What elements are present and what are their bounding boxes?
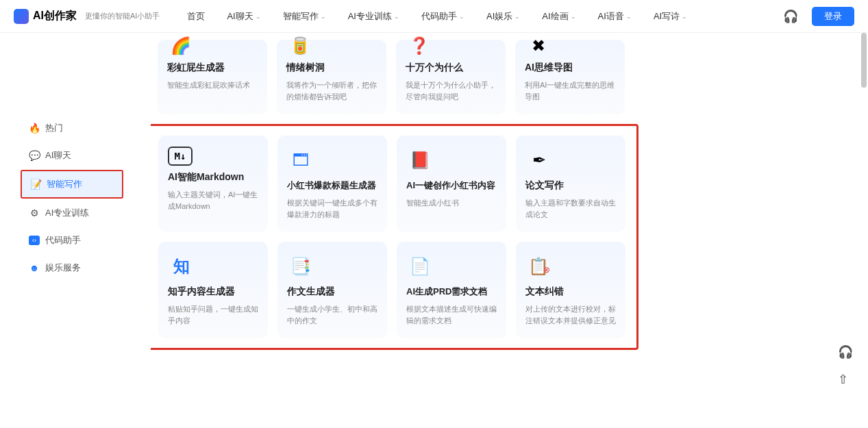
- chevron-down-icon: ⌄: [394, 13, 399, 20]
- back-to-top-icon[interactable]: ⇧: [838, 372, 853, 387]
- card-xhs-content[interactable]: 📕 AI一键创作小红书内容 智能生成小红书: [397, 136, 506, 232]
- support-icon[interactable]: 🎧: [783, 9, 798, 24]
- sidebar-item-train[interactable]: ⚙AI专业训练: [21, 200, 123, 226]
- write-icon: 📝: [30, 179, 41, 190]
- card-why[interactable]: ❓ 十万个为什么 我是十万个为什么小助手，尽管向我提问吧: [396, 40, 506, 114]
- can-icon: 🥫: [286, 36, 314, 56]
- chevron-down-icon: ⌄: [682, 13, 687, 20]
- nav-ent[interactable]: AI娱乐⌄: [486, 10, 520, 23]
- header: AI创作家 更懂你的智能AI小助手 首页 AI聊天⌄ 智能写作⌄ AI专业训练⌄…: [0, 0, 868, 33]
- top-card-row: 🌈 彩虹屁生成器 智能生成彩虹屁吹捧话术 🥫 情绪树洞 我将作为一个倾听者，把你…: [158, 40, 827, 114]
- card-rainbow[interactable]: 🌈 彩虹屁生成器 智能生成彩虹屁吹捧话术: [158, 40, 267, 114]
- prd-icon: 📄: [406, 253, 434, 280]
- card-paper[interactable]: ✒ 论文写作 输入主题和字数要求自动生成论文: [516, 136, 625, 232]
- nav-code[interactable]: 代码助手⌄: [421, 10, 464, 23]
- markdown-icon: M↓: [168, 147, 193, 166]
- card-essay[interactable]: 📑 作文生成器 一键生成小学生、初中和高中的作文: [277, 242, 387, 338]
- sidebar-item-code[interactable]: ‹›代码助手: [21, 227, 123, 253]
- chevron-down-icon: ⌄: [321, 13, 326, 20]
- smile-icon: ☻: [29, 262, 40, 273]
- chat-icon: 💬: [29, 150, 40, 161]
- card-proofread[interactable]: 📋⊗ 文本纠错 对上传的文本进行校对，标注错误文本并提供修正意见: [516, 242, 625, 338]
- login-button[interactable]: 登录: [812, 7, 854, 26]
- chevron-down-icon: ⌄: [626, 13, 632, 20]
- sidebar-item-hot[interactable]: 🔥热门: [21, 115, 123, 141]
- doc-icon: 📑: [287, 253, 314, 280]
- sidebar-item-write[interactable]: 📝智能写作: [21, 170, 123, 199]
- nav-home[interactable]: 首页: [187, 10, 205, 23]
- scrollbar[interactable]: [861, 33, 867, 88]
- nav-chat[interactable]: AI聊天⌄: [227, 10, 260, 23]
- card-prd[interactable]: 📄 AI生成PRD需求文档 根据文本描述生成可快速编辑的需求文档: [397, 242, 506, 338]
- train-icon: ⚙: [29, 207, 40, 218]
- chevron-down-icon: ⌄: [514, 13, 520, 20]
- tagline: 更懂你的智能AI小助手: [85, 11, 160, 21]
- nav-voice[interactable]: AI语音⌄: [598, 10, 632, 23]
- chevron-down-icon: ⌄: [571, 13, 576, 20]
- error-doc-icon: 📋⊗: [525, 253, 553, 280]
- rainbow-icon: 🌈: [167, 36, 195, 56]
- card-zhihu[interactable]: 知 知乎内容生成器 粘贴知乎问题，一键生成知乎内容: [158, 242, 268, 338]
- card-markdown[interactable]: M↓ AI智能Markdown 输入主题关键词，AI一键生成Markdown: [158, 136, 268, 232]
- nav-train[interactable]: AI专业训练⌄: [348, 10, 399, 23]
- mindmap-icon: ✖: [525, 36, 552, 56]
- nav-write[interactable]: 智能写作⌄: [283, 10, 326, 23]
- nav-poem[interactable]: AI写诗⌄: [654, 10, 687, 23]
- float-tools: 🎧 ⇧: [838, 344, 853, 387]
- window-icon: 🗔: [287, 147, 314, 174]
- logo[interactable]: AI创作家: [14, 9, 77, 24]
- nav-paint[interactable]: AI绘画⌄: [542, 10, 575, 23]
- sidebar-item-chat[interactable]: 💬AI聊天: [21, 142, 123, 168]
- brand-name: AI创作家: [33, 9, 77, 23]
- card-xhs-title[interactable]: 🗔 小红书爆款标题生成器 根据关键词一键生成多个有爆款潜力的标题: [277, 136, 387, 232]
- sidebar: 🔥热门 💬AI聊天 📝智能写作 ⚙AI专业训练 ‹›代码助手 ☻娱乐服务: [0, 33, 151, 428]
- pen-icon: ✒: [525, 147, 553, 174]
- main-content: 🌈 彩虹屁生成器 智能生成彩虹屁吹捧话术 🥫 情绪树洞 我将作为一个倾听者，把你…: [151, 33, 868, 428]
- sidebar-item-entertain[interactable]: ☻娱乐服务: [21, 255, 123, 281]
- card-treehole[interactable]: 🥫 情绪树洞 我将作为一个倾听者，把你的烦恼都告诉我吧: [277, 40, 386, 114]
- card-mindmap[interactable]: ✖ AI思维导图 利用AI一键生成完整的思维导图: [515, 40, 625, 114]
- chevron-down-icon: ⌄: [459, 13, 464, 20]
- support-float-icon[interactable]: 🎧: [838, 344, 853, 360]
- zhihu-icon: 知: [168, 253, 195, 280]
- logo-icon: [14, 9, 29, 24]
- code-icon: ‹›: [29, 236, 40, 245]
- highlighted-section: M↓ AI智能Markdown 输入主题关键词，AI一键生成Markdown 🗔…: [151, 124, 638, 350]
- chevron-down-icon: ⌄: [256, 13, 261, 20]
- question-icon: ❓: [406, 36, 433, 56]
- top-nav: 首页 AI聊天⌄ 智能写作⌄ AI专业训练⌄ 代码助手⌄ AI娱乐⌄ AI绘画⌄…: [187, 10, 783, 23]
- fire-icon: 🔥: [29, 123, 40, 134]
- redbook-icon: 📕: [406, 147, 434, 174]
